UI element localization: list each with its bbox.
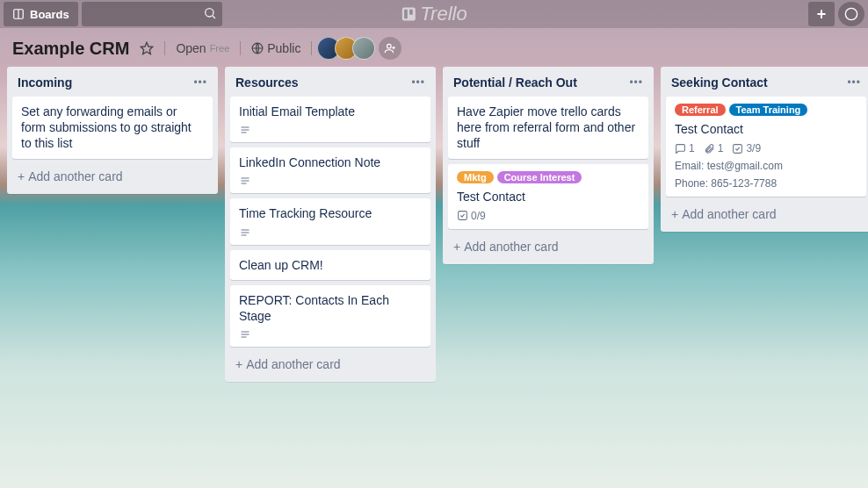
svg-point-10	[387, 44, 392, 48]
open-chip: Free	[210, 43, 230, 54]
card-labels: ReferralTeam Training	[675, 104, 857, 116]
card-title: Have Zapier move trello cards here from …	[457, 104, 640, 152]
top-nav: Boards Trello +	[0, 0, 868, 28]
logo-text: Trello	[420, 3, 467, 25]
boards-icon	[12, 8, 25, 20]
list-title[interactable]: Incoming	[18, 75, 72, 90]
svg-rect-25	[459, 212, 467, 220]
card-badges	[239, 227, 422, 238]
checklist-badge: 3/9	[732, 142, 761, 154]
checklist-icon	[457, 210, 468, 221]
add-card-label: Add another card	[682, 207, 776, 221]
description-badge	[239, 125, 251, 135]
card-title: LinkedIn Connection Note	[239, 154, 422, 170]
svg-point-2	[205, 9, 213, 17]
visibility-label: Public	[267, 41, 300, 55]
info-button[interactable]	[838, 2, 864, 26]
description-icon	[239, 125, 251, 135]
svg-point-7	[845, 8, 857, 19]
search-field[interactable]	[82, 2, 222, 26]
card[interactable]: Set any forwarding emails or form submis…	[12, 97, 213, 159]
card-title: Set any forwarding emails or form submis…	[21, 104, 204, 152]
add-card-button[interactable]: +Add another card	[230, 352, 430, 377]
label: Course Interest	[497, 171, 582, 183]
visibility-button[interactable]: Public	[251, 41, 300, 55]
comment-icon	[675, 143, 686, 154]
add-card-label: Add another card	[464, 240, 558, 254]
list-menu-button[interactable]: •••	[629, 76, 643, 89]
card[interactable]: ReferralTeam TrainingTest Contact113/9Em…	[666, 97, 866, 197]
list-header: Incoming•••	[12, 72, 213, 91]
list-title[interactable]: Potential / Reach Out	[453, 75, 577, 90]
card[interactable]: Initial Email Template	[230, 97, 430, 142]
card-title: REPORT: Contacts In Each Stage	[239, 292, 422, 324]
comments-badge: 1	[675, 142, 695, 154]
description-icon	[239, 329, 251, 340]
list-header: Seeking Contact•••	[666, 72, 866, 91]
svg-marker-8	[141, 42, 153, 54]
plus-icon: +	[453, 240, 460, 254]
add-card-button[interactable]: +Add another card	[448, 234, 648, 259]
separator	[164, 41, 165, 55]
card-badges: 0/9	[457, 210, 640, 222]
description-badge	[239, 329, 251, 340]
add-card-label: Add another card	[246, 357, 340, 371]
card[interactable]: Time Tracking Resource	[230, 198, 430, 244]
add-card-button[interactable]: +Add another card	[666, 202, 866, 226]
list-title[interactable]: Resources	[235, 75, 299, 90]
card[interactable]: Have Zapier move trello cards here from …	[448, 97, 648, 159]
search-icon	[203, 6, 217, 20]
svg-rect-26	[734, 144, 742, 153]
svg-line-3	[213, 16, 215, 18]
card-extra-line: Email: test@gmail.com	[675, 160, 857, 172]
add-card-button[interactable]: +Add another card	[12, 164, 213, 189]
logo-icon	[401, 6, 416, 22]
star-icon	[140, 41, 154, 55]
star-button[interactable]	[140, 41, 154, 55]
list-menu-button[interactable]: •••	[193, 76, 207, 89]
card-title: Initial Email Template	[239, 104, 422, 119]
boards-button[interactable]: Boards	[4, 2, 78, 26]
card-title: Clean up CRM!	[239, 257, 422, 273]
create-button[interactable]: +	[808, 2, 835, 26]
card[interactable]: MktgCourse InterestTest Contact0/9	[448, 164, 648, 229]
card-labels: MktgCourse Interest	[457, 171, 640, 183]
description-icon	[239, 227, 251, 238]
svg-rect-5	[404, 10, 408, 19]
add-member-icon	[384, 42, 396, 54]
boards-label: Boards	[30, 8, 69, 21]
description-badge	[239, 176, 251, 186]
plus-icon: +	[817, 6, 827, 22]
avatar[interactable]	[352, 37, 375, 60]
member-avatars	[322, 37, 401, 60]
plus-icon: +	[235, 357, 242, 371]
card-badges	[239, 125, 422, 135]
list-title[interactable]: Seeking Contact	[671, 75, 768, 90]
plus-icon: +	[671, 207, 678, 221]
card-title: Time Tracking Resource	[239, 205, 422, 221]
board-title: Example CRM	[12, 39, 129, 59]
card[interactable]: LinkedIn Connection Note	[230, 147, 430, 193]
list: Seeking Contact•••ReferralTeam TrainingT…	[661, 67, 868, 232]
board-header: Example CRM Open Free Public	[0, 28, 868, 67]
plus-icon: +	[18, 169, 25, 183]
list-menu-button[interactable]: •••	[411, 76, 425, 89]
add-member-button[interactable]	[379, 37, 401, 60]
list-header: Potential / Reach Out•••	[448, 72, 648, 91]
list-header: Resources•••	[230, 72, 430, 91]
globe-icon	[251, 42, 264, 54]
info-icon	[844, 7, 858, 21]
card[interactable]: REPORT: Contacts In Each Stage	[230, 285, 430, 347]
search-input[interactable]	[82, 2, 222, 26]
team-visibility[interactable]: Open Free	[176, 41, 229, 55]
svg-rect-6	[409, 10, 413, 15]
card[interactable]: Clean up CRM!	[230, 250, 430, 280]
logo: Trello	[401, 0, 467, 28]
open-label: Open	[176, 41, 206, 55]
list-menu-button[interactable]: •••	[847, 76, 861, 89]
card-badges	[239, 176, 422, 186]
separator	[240, 41, 241, 55]
list: Incoming•••Set any forwarding emails or …	[7, 67, 218, 194]
card-extra-line: Phone: 865-123-7788	[675, 177, 857, 190]
description-icon	[239, 176, 251, 186]
